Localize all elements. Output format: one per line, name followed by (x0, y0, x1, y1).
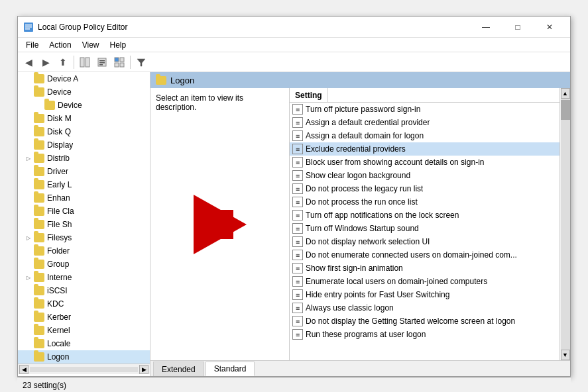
policy-icon: ≡ (292, 289, 303, 300)
tree-item-kernel[interactable]: Kernel (18, 324, 150, 337)
tree-item-device3[interactable]: Device (18, 99, 150, 112)
tab-extended[interactable]: Extended (153, 362, 204, 376)
setting-item-4[interactable]: ≡ Block user from showing account detail… (290, 156, 559, 169)
folder-icon (34, 180, 44, 189)
scroll-right-button[interactable]: ▶ (139, 365, 148, 374)
expand-icon (23, 246, 34, 256)
description-text: Select an item to view its description. (156, 93, 243, 112)
expand-icon (23, 126, 34, 137)
tree-item-diskQ[interactable]: Disk Q (18, 125, 150, 138)
setting-item-13[interactable]: ≡ Enumerate local users on domain-joined… (290, 275, 559, 288)
tree-item-distrib[interactable]: ▷ Distrib (18, 152, 150, 165)
folder-icon (34, 246, 44, 256)
setting-item-8[interactable]: ≡ Turn off app notifications on the lock… (290, 209, 559, 222)
setting-item-5[interactable]: ≡ Show clear logon background (290, 169, 559, 182)
back-button[interactable]: ◀ (21, 54, 36, 70)
filter-button[interactable] (133, 54, 149, 70)
scroll-thumb[interactable] (561, 100, 570, 120)
up-button[interactable]: ⬆ (55, 54, 71, 70)
expand-icon (23, 179, 34, 190)
tree-item-earlyL[interactable]: Early L (18, 178, 150, 191)
tree-item-interne[interactable]: ▷ Interne (18, 271, 150, 284)
expand-icon (23, 87, 34, 97)
toolbar: ◀ ▶ ⬆ (18, 52, 570, 72)
setting-item-7[interactable]: ≡ Do not process the run once list (290, 195, 559, 209)
tree-item-diskM[interactable]: Disk M (18, 112, 150, 125)
policy-icon: ≡ (292, 104, 303, 115)
setting-label: Do not enumerate connected users on doma… (306, 250, 517, 260)
setting-item-12[interactable]: ≡ Show first sign-in animation (290, 262, 559, 275)
forward-button[interactable]: ▶ (38, 54, 54, 70)
tree-item-deviceA[interactable]: Device A (18, 72, 150, 85)
app-icon (23, 22, 34, 32)
policy-icon: ≡ (292, 329, 303, 340)
setting-label: Exclude credential providers (306, 144, 406, 154)
properties-button[interactable] (94, 54, 110, 70)
setting-item-15[interactable]: ≡ Always use classic logon (290, 301, 559, 315)
vertical-scrollbar[interactable]: ▲ ▼ (559, 88, 570, 360)
setting-item-17[interactable]: ≡ Run these programs at user logon (290, 328, 559, 341)
setting-item-9[interactable]: ≡ Turn off Windows Startup sound (290, 222, 559, 235)
setting-item-3[interactable]: ≡ Exclude credential providers (290, 142, 559, 156)
setting-item-14[interactable]: ≡ Hide entry points for Fast User Switch… (290, 288, 559, 301)
folder-icon (34, 326, 44, 335)
horizontal-scrollbar[interactable]: ◀ ▶ (18, 364, 150, 374)
svg-rect-8 (99, 62, 105, 64)
setting-item-6[interactable]: ≡ Do not process the legacy run list (290, 182, 559, 195)
setting-item-10[interactable]: ≡ Do not display network selection UI (290, 235, 559, 248)
tree-item-display[interactable]: Display (18, 138, 150, 152)
show-hide-button[interactable] (77, 54, 93, 70)
tree-item-filecla[interactable]: File Cla (18, 205, 150, 218)
tree-item-driver[interactable]: Driver (18, 165, 150, 178)
menu-help[interactable]: Help (105, 39, 132, 51)
tree-item-group[interactable]: Group (18, 258, 150, 271)
svg-rect-2 (25, 26, 32, 28)
setting-item-2[interactable]: ≡ Assign a default domain for logon (290, 129, 559, 142)
setting-label: Assign a default credential provider (306, 118, 430, 127)
scroll-down-button[interactable]: ▼ (561, 350, 570, 360)
setting-item-0[interactable]: ≡ Turn off picture password sign-in (290, 103, 559, 116)
setting-item-1[interactable]: ≡ Assign a default credential provider (290, 116, 559, 129)
statusbar: 23 setting(s) (17, 377, 571, 392)
titlebar: Local Group Policy Editor — □ ✕ (18, 17, 570, 38)
setting-item-11[interactable]: ≡ Do not enumerate connected users on do… (290, 248, 559, 262)
status-text: 23 setting(s) (23, 381, 66, 390)
scroll-up-button[interactable]: ▲ (561, 88, 570, 99)
tree-item-folder[interactable]: Folder (18, 244, 150, 258)
svg-marker-14 (137, 59, 145, 66)
settings-list[interactable]: ≡ Turn off picture password sign-in ≡ As… (290, 103, 559, 360)
folder-icon (34, 87, 44, 97)
expand-icon: ▷ (23, 272, 34, 283)
expand-icon (23, 113, 34, 124)
svg-rect-1 (25, 24, 32, 26)
tree-item-iscsi[interactable]: iSCSI (18, 284, 150, 297)
tree-item-filesh[interactable]: File Sh (18, 218, 150, 231)
tree-item-filesys[interactable]: ▷ Filesys (18, 231, 150, 244)
setting-label: Turn off picture password sign-in (306, 105, 420, 114)
tree-item-kerber[interactable]: Kerber (18, 311, 150, 324)
close-button[interactable]: ✕ (534, 18, 565, 36)
svg-rect-10 (115, 58, 119, 62)
policy-icon: ≡ (292, 276, 303, 287)
view-button[interactable] (111, 54, 127, 70)
setting-label: Do not display network selection UI (306, 237, 430, 246)
tree-item-locale[interactable]: Locale (18, 337, 150, 350)
tree-item-label: Interne (47, 273, 72, 282)
tree-item-label: Kernel (47, 326, 70, 335)
tree-item-logon[interactable]: Logon (18, 350, 150, 364)
tree-item-enhan[interactable]: Enhan (18, 191, 150, 205)
maximize-button[interactable]: □ (502, 18, 533, 36)
tree-item-label: Group (47, 260, 69, 269)
expand-icon (23, 259, 34, 270)
tab-standard[interactable]: Standard (206, 362, 255, 376)
menu-view[interactable]: View (77, 39, 105, 51)
scroll-left-button[interactable]: ◀ (19, 365, 29, 374)
menu-action[interactable]: Action (44, 39, 76, 51)
minimize-button[interactable]: — (471, 18, 501, 36)
setting-item-16[interactable]: ≡ Do not display the Getting Started wel… (290, 315, 559, 328)
tree-panel[interactable]: Device A Device Device Disk M Disk Q (18, 72, 150, 376)
tree-item-device2[interactable]: Device (18, 85, 150, 99)
tree-item-kdc[interactable]: KDC (18, 297, 150, 311)
right-panel: Logon Select an item to view its descrip… (150, 72, 570, 376)
menu-file[interactable]: File (21, 39, 44, 51)
